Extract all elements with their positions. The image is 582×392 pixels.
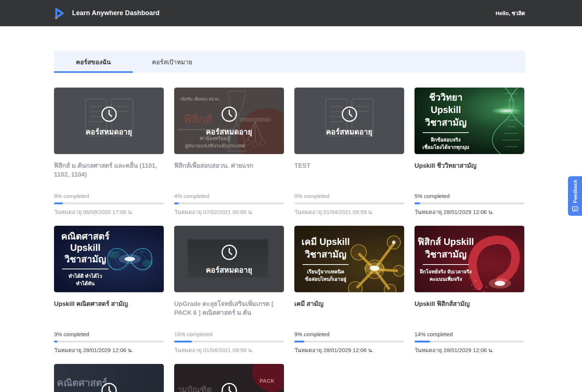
expired-overlay: คอร์สหมดอายุ: [54, 88, 164, 154]
course-title: Upskill คณิตศาสตร์ สามัญ: [54, 300, 164, 331]
course-title: เคมี สามัญ: [294, 300, 404, 331]
expired-overlay: คอร์สหมดอายุ: [174, 226, 284, 292]
expiry-date: วันหมดอายุ 28/01/2029 12:06 น.: [414, 209, 524, 215]
progress-bar: [294, 202, 404, 204]
clock-icon: [221, 244, 238, 261]
progress-bar: [54, 202, 164, 204]
banner-heading: วิชาสามัญ: [425, 116, 467, 129]
course-card[interactable]: เคมี Upskill วิชาสามัญ เรียนรู้จากเทคนิค…: [294, 226, 404, 354]
expired-overlay-label: คอร์สหมดอายุ: [86, 126, 132, 138]
banner-heading: วิชาสามัญ: [65, 253, 106, 265]
expiry-date: วันหมดอายุ 28/01/2029 12:06 น.: [414, 347, 524, 354]
progress-label: 16% completed: [174, 331, 284, 338]
banner-divider: [423, 132, 469, 133]
banner-subheading: ทำได้ทัน: [76, 280, 95, 287]
banner-subheading: ฝึกข้อสอบจริง: [431, 136, 461, 144]
progress-label: 8% completed: [54, 193, 164, 200]
banner-divider: [423, 264, 469, 265]
banner-subheading: ทำได้ดี ทำได้ไว: [68, 273, 102, 280]
banner-subheading: ฝึกโจทย์จริง จับเวลาจริง: [420, 268, 472, 276]
progress-label: 5% completed: [414, 193, 524, 200]
expiry-date: วันหมดอายุ 01/04/2021 09:59 น.: [174, 347, 284, 354]
main-content: คอร์สของฉัน คอร์สเป้าหมาย คอร์สหมดอ: [54, 51, 525, 392]
course-tabs: คอร์สของฉัน คอร์สเป้าหมาย: [54, 51, 525, 73]
progress-bar: [414, 202, 524, 204]
progress-bar: [174, 341, 284, 342]
tab-my-courses[interactable]: คอร์สของฉัน: [54, 51, 133, 73]
progress-bar: [294, 341, 404, 342]
course-banner: คอร์สหมดอายุ: [174, 226, 284, 292]
expired-overlay: คอร์สหมดอายุ: [174, 88, 284, 154]
banner-heading: วิชาสามัญ: [305, 248, 346, 260]
feedback-button[interactable]: Feedback: [568, 176, 582, 216]
progress-label: 3% completed: [54, 331, 164, 338]
expiry-date: วันหมดอายุ 06/08/2020 17:00 น.: [54, 209, 164, 215]
progress-fill: [54, 202, 63, 204]
clock-icon: [101, 106, 118, 123]
course-banner: ชีววิทยา Upskill วิชาสามัญ ฝึกข้อสอบจริง…: [414, 88, 524, 154]
course-card[interactable]: คอร์สหมดอายุ UpGrade ตะลุยโจทย์เสริมเพิ่…: [174, 226, 284, 354]
expired-overlay-label: คอร์สหมดอายุ: [206, 264, 253, 276]
progress-fill: [174, 341, 192, 342]
user-greeting: Hello, ชวลิต: [495, 9, 525, 17]
course-card[interactable]: PACK ามบัณฑิต คอร์สหมดอายุ: [174, 364, 284, 392]
tab-target-courses[interactable]: คอร์สเป้าหมาย: [133, 51, 212, 73]
banner-heading: วิชาสามัญ: [425, 248, 467, 260]
progress-fill: [54, 341, 57, 342]
course-banner: คอร์สหมดอายุ: [294, 88, 404, 154]
banner-heading: เคมี Upskill: [301, 235, 350, 248]
expiry-date: วันหมดอายุ 01/04/2021 09:59 น.: [294, 209, 404, 215]
progress-fill: [294, 341, 304, 342]
course-card[interactable]: คอร์สหมดอายุ ฟิสิกส์ ม.ต้นกลศาสตร์ และคล…: [54, 88, 164, 215]
course-banner: เข้มข้น เพื่อสอบ สอวน. ฟิสิกส์ พาน้องพร้…: [174, 88, 284, 154]
feedback-smiley-icon: [572, 206, 578, 212]
clock-icon: [221, 382, 238, 392]
clock-icon: [221, 106, 238, 123]
course-card[interactable]: คอร์สหมดอายุ TEST 0% completed วันหมดอาย…: [294, 88, 404, 215]
progress-fill: [414, 341, 430, 342]
course-banner: คณิตศาสตร์ คอร์สหมดอายุ: [54, 364, 164, 392]
page-title: Learn Anywhere Dashboard: [72, 9, 495, 17]
banner-heading: ฟิสิกส์ Upskill: [418, 235, 474, 248]
progress-label: 14% completed: [414, 331, 524, 338]
progress-label: 9% completed: [294, 331, 404, 338]
banner-divider: [302, 264, 349, 265]
banner-subheading: คะแนนเพิ่มจริง: [430, 276, 462, 283]
progress-fill: [414, 202, 420, 204]
progress-label: 0% completed: [294, 193, 404, 200]
course-card[interactable]: คณิตศาสตร์ Upskill วิชาสามัญ ทำได้ดี ทำไ…: [54, 226, 164, 354]
expired-overlay: คอร์สหมดอายุ: [294, 88, 404, 154]
expired-overlay-label: คอร์สหมดอายุ: [326, 126, 373, 138]
course-card[interactable]: คณิตศาสตร์ คอร์สหมดอายุ: [54, 364, 164, 392]
course-title: ฟิสิกส์เพื่อสอบสอวน. ค่ายแรก: [174, 161, 284, 193]
banner-subheading: เชื่อมโยงได้จากทุกมุม: [422, 144, 469, 151]
progress-fill: [174, 202, 179, 204]
banner-subheading: เรียนรู้จากเทคนิค: [307, 268, 344, 276]
course-card[interactable]: เข้มข้น เพื่อสอบ สอวน. ฟิสิกส์ พาน้องพร้…: [174, 88, 284, 215]
course-banner: เคมี Upskill วิชาสามัญ เรียนรู้จากเทคนิค…: [294, 226, 404, 292]
course-banner: ฟิสิกส์ Upskill วิชาสามัญ ฝึกโจทย์จริง จ…: [414, 226, 524, 292]
dna-helix-graphic: [481, 88, 524, 154]
banner-subheading: ข้อสอบไหนก็เอาอยู่: [305, 276, 346, 283]
course-title: UpGrade ตะลุยโจทย์เสริมเพิ่มเกรด [ PACK …: [174, 300, 284, 331]
banner-heading: ชีววิทยา Upskill: [414, 91, 477, 116]
banner-heading: Upskill: [70, 242, 101, 253]
expired-overlay-label: คอร์สหมดอายุ: [206, 126, 253, 138]
learn-anywhere-logo-icon: [54, 7, 65, 20]
course-card[interactable]: ชีววิทยา Upskill วิชาสามัญ ฝึกข้อสอบจริง…: [414, 88, 524, 215]
course-banner: คณิตศาสตร์ Upskill วิชาสามัญ ทำได้ดี ทำไ…: [54, 226, 164, 292]
course-banner: คอร์สหมดอายุ: [54, 88, 164, 154]
clock-icon: [341, 106, 358, 123]
app-header: Learn Anywhere Dashboard Hello, ชวลิต: [0, 0, 582, 26]
course-banner: PACK ามบัณฑิต คอร์สหมดอายุ: [174, 364, 284, 392]
banner-heading: คณิตศาสตร์: [61, 231, 109, 242]
clock-icon: [101, 382, 118, 392]
expiry-date: วันหมดอายุ 28/01/2029 12:06 น.: [294, 347, 404, 354]
progress-label: 4% completed: [174, 193, 284, 200]
expired-overlay: คอร์สหมดอายุ: [174, 365, 284, 392]
courses-grid: คอร์สหมดอายุ ฟิสิกส์ ม.ต้นกลศาสตร์ และคล…: [54, 88, 525, 392]
course-card[interactable]: ฟิสิกส์ Upskill วิชาสามัญ ฝึกโจทย์จริง จ…: [414, 226, 524, 354]
expiry-date: วันหมดอายุ 07/02/2021 00:00 น.: [174, 209, 284, 215]
course-title: Upskill ชีววิทยาสามัญ: [414, 161, 524, 193]
banner-divider: [62, 269, 108, 269]
